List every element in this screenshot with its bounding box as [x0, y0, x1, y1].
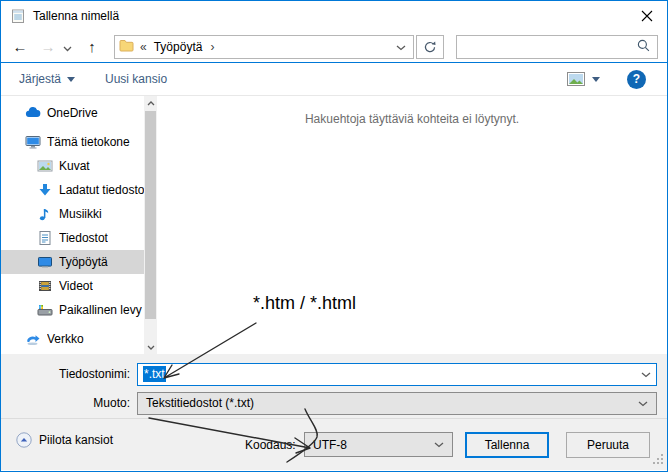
sidebar-item-onedrive[interactable]: OneDrive [1, 101, 144, 125]
search-input[interactable] [457, 37, 637, 57]
empty-state-message: Hakuehtoja täyttäviä kohteita ei löytyny… [305, 112, 519, 126]
music-icon [37, 206, 53, 222]
dialog-body: OneDrive Tämä tietokone [1, 96, 667, 354]
navigation-bar: ← → ↑ « Työpöytä › [1, 31, 667, 63]
desktop-icon [37, 254, 53, 270]
save-as-dialog: Tallenna nimellä ← → ↑ « Työpöytä › [0, 0, 668, 472]
sidebar-item-music[interactable]: Musiikki [1, 202, 144, 226]
breadcrumb-folder[interactable]: Työpöytä [154, 40, 203, 54]
onedrive-icon [25, 105, 41, 121]
filename-input[interactable]: *.txt [137, 363, 657, 386]
refresh-button[interactable] [416, 35, 444, 59]
sidebar-item-local-disk[interactable]: Paikallinen levy ( [1, 298, 144, 322]
command-toolbar: Järjestä Uusi kansio ? [1, 63, 667, 96]
sidebar-item-desktop[interactable]: Työpöytä [1, 250, 144, 274]
filename-label: Tiedostonimi: [1, 367, 137, 381]
notepad-app-icon [10, 8, 26, 24]
network-icon [25, 331, 41, 347]
cancel-button[interactable]: Peruuta [566, 432, 650, 458]
history-chevron-button[interactable] [61, 39, 73, 54]
dropdown-arrow-icon [592, 77, 600, 82]
address-dropdown-button[interactable] [396, 40, 406, 54]
filetype-value: Tekstitiedostot (*.txt) [146, 396, 254, 410]
chevron-down-icon [396, 45, 406, 51]
search-icon [637, 39, 650, 55]
refresh-icon [423, 40, 437, 54]
selected-filename-text: *.txt [143, 366, 166, 382]
resize-grip[interactable] [653, 454, 664, 468]
hide-folders-button[interactable]: Piilota kansiot [16, 432, 113, 448]
file-list-area: Hakuehtoja täyttäviä kohteita ei löytyny… [157, 96, 667, 354]
view-thumbnail-icon [567, 72, 585, 86]
documents-icon [37, 230, 53, 246]
organize-button[interactable]: Järjestä [19, 72, 75, 86]
sidebar-item-this-pc[interactable]: Tämä tietokone [1, 130, 144, 154]
this-pc-icon [25, 134, 41, 150]
pictures-icon [37, 158, 53, 174]
navigation-pane: OneDrive Tämä tietokone [1, 96, 144, 354]
disk-icon [37, 302, 53, 318]
scrollbar-thumb[interactable] [145, 111, 156, 319]
sidebar-item-network[interactable]: Verkko [1, 327, 144, 351]
back-button[interactable]: ← [11, 39, 29, 54]
chevron-down-icon [63, 46, 72, 52]
view-options-button[interactable] [567, 72, 600, 86]
scrollbar-up-icon[interactable] [144, 96, 157, 110]
encoding-select[interactable]: UTF-8 [304, 432, 453, 457]
sidebar-item-documents[interactable]: Tiedostot [1, 226, 144, 250]
titlebar: Tallenna nimellä [1, 1, 667, 31]
filetype-label: Muoto: [1, 396, 137, 410]
forward-button[interactable]: → [39, 39, 57, 54]
close-button[interactable] [637, 6, 657, 26]
breadcrumb-separator[interactable]: › [210, 40, 214, 54]
videos-icon [37, 278, 53, 294]
up-button[interactable]: ↑ [83, 39, 101, 54]
scrollbar-down-icon[interactable] [144, 340, 157, 354]
close-icon [641, 10, 653, 22]
folder-icon [119, 39, 134, 55]
address-bar[interactable]: « Työpöytä › [114, 35, 414, 59]
search-box [456, 35, 658, 59]
help-button[interactable]: ? [627, 70, 646, 89]
downloads-icon [37, 182, 53, 198]
fields-section: Tiedostonimi: *.txt Muoto: Tekstitiedost… [1, 354, 667, 418]
window-title: Tallenna nimellä [33, 9, 119, 23]
footer-bar: Piilota kansiot Koodaus: UTF-8 Tallenna … [1, 418, 667, 470]
sidebar-scrollbar[interactable] [144, 96, 157, 354]
filetype-dropdown-button[interactable] [638, 396, 648, 410]
chevron-down-icon [434, 442, 444, 448]
filename-dropdown-button[interactable] [641, 367, 651, 381]
save-button[interactable]: Tallenna [465, 432, 549, 458]
new-folder-button[interactable]: Uusi kansio [105, 72, 167, 86]
encoding-label: Koodaus: [245, 438, 296, 452]
dropdown-arrow-icon [67, 77, 75, 82]
encoding-value: UTF-8 [313, 438, 347, 452]
sidebar-item-videos[interactable]: Videot [1, 274, 144, 298]
chevron-down-icon [638, 401, 648, 407]
breadcrumb-overflow[interactable]: « [140, 40, 147, 54]
sidebar-item-downloads[interactable]: Ladatut tiedostot [1, 178, 144, 202]
filetype-select[interactable]: Tekstitiedostot (*.txt) [137, 392, 657, 415]
question-icon: ? [633, 72, 640, 86]
sidebar-item-pictures[interactable]: Kuvat [1, 154, 144, 178]
chevron-down-icon [641, 372, 651, 378]
collapse-up-icon [16, 432, 32, 448]
